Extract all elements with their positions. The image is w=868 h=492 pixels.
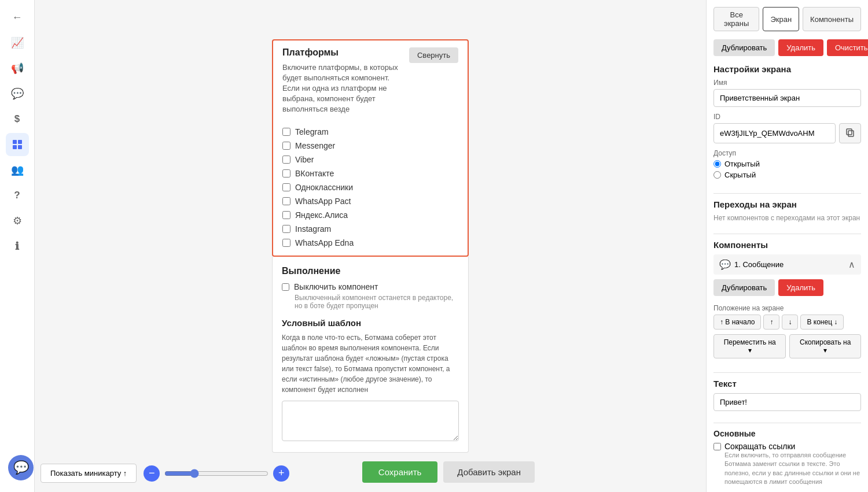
question-icon[interactable]: ? [6, 184, 29, 207]
platform-whatsapp-pact[interactable]: WhatsApp Pact [282, 197, 458, 206]
shorten-links-description: Если включить, то отправляя сообщение Бо… [724, 451, 861, 487]
access-hidden-radio[interactable] [713, 171, 721, 179]
copy-to-button[interactable]: Скопировать на ▾ [789, 334, 861, 358]
platform-whatsapp-edna[interactable]: WhatsApp Edna [282, 238, 458, 247]
action-buttons: Сохранить Добавить экран [362, 461, 535, 483]
whatsapp-edna-checkbox[interactable] [282, 239, 290, 247]
access-label: Доступ [713, 149, 861, 157]
platforms-description: Включите платформы, в которых будет выпо… [282, 62, 403, 115]
execution-section: Выполнение Выключить компонент Выключенн… [272, 257, 469, 453]
platform-odnoklassniki[interactable]: Одноклассники [282, 183, 458, 192]
clear-screen-button[interactable]: Очистить [827, 39, 868, 56]
settings-gear-icon[interactable]: ⚙ [6, 209, 29, 232]
platform-yandex-alisa[interactable]: Яндекс.Алиса [282, 210, 458, 220]
telegram-label: Telegram [295, 127, 329, 136]
disable-checkbox[interactable] [282, 283, 289, 291]
pos-to-start-button[interactable]: ↑ В начало [713, 315, 761, 330]
platform-vkontakte[interactable]: ВКонтакте [282, 169, 458, 178]
move-to-button[interactable]: Переместить на ▾ [713, 334, 786, 358]
delete-screen-button[interactable]: Удалить [778, 39, 823, 56]
platform-messenger[interactable]: Messenger [282, 141, 458, 150]
blocks-icon[interactable] [6, 133, 29, 156]
pos-up-button[interactable]: ↑ [763, 315, 779, 330]
position-title: Положение на экране [713, 304, 861, 312]
template-textarea[interactable] [282, 401, 459, 441]
collapse-button[interactable]: Свернуть [409, 47, 458, 63]
platform-viber[interactable]: Viber [282, 155, 458, 164]
megaphone-icon[interactable]: 📢 [6, 57, 29, 80]
text-input[interactable] [713, 393, 861, 411]
shorten-links-checkbox[interactable] [713, 443, 721, 450]
pos-down-button[interactable]: ↓ [782, 315, 798, 330]
id-row [713, 123, 861, 143]
back-button[interactable]: ← [6, 6, 29, 29]
chat-support-button[interactable]: 💬 [8, 455, 34, 480]
tab-screen[interactable]: Экран [763, 7, 799, 31]
save-button[interactable]: Сохранить [362, 461, 438, 483]
info-icon[interactable]: ℹ [6, 235, 29, 258]
instagram-checkbox[interactable] [282, 225, 290, 233]
platform-instagram[interactable]: Instagram [282, 224, 458, 234]
viber-checkbox[interactable] [282, 156, 290, 164]
zoom-in-button[interactable]: + [273, 465, 289, 482]
instagram-label: Instagram [295, 224, 331, 234]
text-section-title: Текст [713, 379, 861, 389]
telegram-checkbox[interactable] [282, 128, 290, 136]
chart-icon[interactable]: 📈 [6, 31, 29, 54]
zoom-slider[interactable] [164, 469, 269, 478]
svg-rect-3 [18, 145, 22, 149]
screen-id-input[interactable] [713, 123, 836, 143]
whatsapp-pact-checkbox[interactable] [282, 197, 290, 205]
pos-to-end-button[interactable]: В конец ↓ [800, 315, 844, 330]
access-radio-group: Открытый Скрытый [713, 160, 861, 179]
component-label: 1. Сообщение [734, 260, 845, 269]
tab-all-screens[interactable]: Все экраны [713, 7, 759, 31]
access-open-label[interactable]: Открытый [713, 160, 861, 168]
delete-component-button[interactable]: Удалить [778, 279, 823, 296]
add-screen-button[interactable]: Добавить экран [443, 461, 535, 483]
id-label: ID [713, 113, 861, 121]
execution-title: Выполнение [282, 266, 459, 276]
platforms-title: Платформы [282, 47, 403, 58]
left-sidebar: ← 📈 📢 💬 $ 👥 ? ⚙ ℹ [0, 0, 35, 492]
screen-settings-title: Настройки экрана [713, 64, 861, 74]
shorten-links-label[interactable]: Сокращать ссылки Если включить, то отпра… [713, 442, 861, 487]
disable-component-label[interactable]: Выключить компонент [282, 282, 459, 291]
chat-bubble-icon[interactable]: 💬 [6, 82, 29, 105]
minimap-button[interactable]: Показать миникарту ↑ [41, 464, 137, 483]
center-panel: Платформы Включите платформы, в которых … [272, 39, 469, 453]
odnoklassniki-label: Одноклассники [295, 183, 353, 192]
users-icon[interactable]: 👥 [6, 158, 29, 182]
tab-components[interactable]: Компоненты [803, 7, 861, 31]
platforms-section: Платформы Включите платформы, в которых … [272, 39, 469, 257]
bottom-bar: Показать миникарту ↑ − + [41, 464, 289, 483]
screen-action-buttons: Дублировать Удалить Очистить [713, 39, 861, 56]
platforms-list: Telegram Messenger Viber ВКонтакте [273, 124, 468, 256]
messenger-checkbox[interactable] [282, 142, 290, 150]
component-action-buttons: Дублировать Удалить [713, 279, 861, 296]
svg-rect-1 [18, 140, 22, 144]
vkontakte-checkbox[interactable] [282, 169, 290, 177]
svg-rect-2 [13, 145, 17, 149]
access-open-radio[interactable] [713, 160, 721, 168]
whatsapp-edna-label: WhatsApp Edna [295, 238, 354, 247]
odnoklassniki-checkbox[interactable] [282, 183, 290, 191]
copy-id-button[interactable] [839, 123, 861, 143]
zoom-out-button[interactable]: − [144, 465, 160, 482]
access-hidden-label[interactable]: Скрытый [713, 171, 861, 179]
screen-name-input[interactable] [713, 89, 861, 107]
canvas-area[interactable]: Платформы Включите платформы, в которых … [35, 0, 706, 492]
yandex-alisa-label: Яндекс.Алиса [295, 210, 348, 220]
svg-rect-4 [848, 131, 854, 136]
chevron-up-icon[interactable]: ∧ [848, 259, 855, 270]
dollar-icon[interactable]: $ [6, 108, 29, 131]
components-header: Компоненты [713, 240, 861, 250]
zoom-controls: − + [144, 465, 289, 482]
transitions-description: Нет компонентов с переходами на этот экр… [713, 214, 861, 222]
conditional-title: Условный шаблон [282, 318, 459, 328]
duplicate-screen-button[interactable]: Дублировать [713, 39, 775, 56]
conditional-description: Когда в поле что-то есть, Ботмама собере… [282, 332, 459, 395]
platform-telegram[interactable]: Telegram [282, 127, 458, 136]
yandex-alisa-checkbox[interactable] [282, 211, 290, 219]
duplicate-component-button[interactable]: Дублировать [713, 279, 775, 296]
